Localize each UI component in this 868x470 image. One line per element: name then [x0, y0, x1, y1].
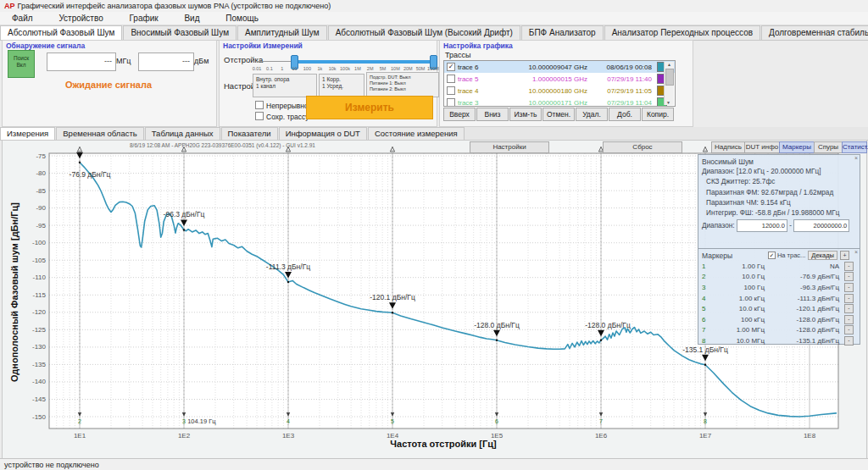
measure-button[interactable]: Измерить [306, 96, 433, 119]
trace-cancel-button[interactable]: Отмен. [542, 108, 575, 121]
add-marker-button[interactable]: + [840, 251, 849, 260]
trace-checkbox[interactable] [447, 75, 455, 83]
marker-number-label: 8 [704, 418, 707, 424]
tab-absolute-phase-noise[interactable]: Абсолютный Фазовый Шум [0, 25, 122, 40]
menu-file[interactable]: Файл [0, 12, 45, 25]
range-to-input[interactable]: 20000000.0 [793, 219, 849, 232]
trace-buttons-row: Вверх Вниз Изм-ть Отмен. Удал. Доб. Копи… [443, 108, 674, 121]
marker-value: -76.9 дБн/Гц [765, 273, 839, 280]
save-trace-checkbox-box[interactable] [255, 112, 264, 120]
chart-label-button[interactable]: Надпись [711, 141, 745, 153]
trace-add-button[interactable]: Доб. [609, 108, 641, 121]
marker-row[interactable]: 810.0 МГц-135.1 дБн/Гц- [698, 335, 860, 346]
marker-row[interactable]: 3100 Гц-96.3 дБн/Гц- [698, 282, 860, 293]
trace-row[interactable]: trace 5 1.000000015 GHz 07/29/19 11:40 [444, 73, 675, 85]
remove-marker-button[interactable]: - [844, 262, 854, 271]
remove-marker-button[interactable]: - [844, 336, 854, 346]
tab-data-table[interactable]: Таблица данных [145, 127, 220, 140]
chart-dut-info-button[interactable]: DUT инфо [744, 141, 780, 153]
tab-measurement-state[interactable]: Состояние измерения [368, 127, 465, 140]
marker-row[interactable]: 11.00 ГцNA- [698, 261, 860, 272]
power-field[interactable]: --- [138, 53, 194, 71]
tab-dut-info[interactable]: Информация о DUT [279, 127, 367, 140]
marker-value-label: -120.1 дБн/Гц [370, 293, 415, 301]
tab-time-domain[interactable]: Временная область [56, 127, 143, 140]
chart-markers-button[interactable]: Маркеры [779, 141, 815, 153]
menu-graph[interactable]: График [117, 12, 170, 25]
frequency-field[interactable]: --- [47, 53, 116, 71]
trace-row[interactable]: trace 3 10.000000171 GHz 07/29/19 11:04 [444, 97, 675, 107]
trace-up-button[interactable]: Вверх [443, 108, 476, 121]
chart-header-text: 8/6/19 12:08 AM - APPH20G 223-039376E00-… [130, 142, 315, 148]
trace-row[interactable]: trace 4 10.000000180 GHz 07/29/19 11:05 [444, 85, 675, 97]
marker-number-label: 3 [182, 418, 186, 424]
trace-checkbox[interactable] [447, 86, 455, 95]
marker-number: 1 [698, 263, 712, 270]
remove-marker-button[interactable]: - [844, 272, 854, 281]
tab-fft-analyzer[interactable]: БПФ Анализатор [521, 25, 604, 40]
dut-power-settings-box[interactable]: Подстр. DUT: Выкл Питание 1: Выкл Питани… [366, 72, 439, 97]
x-tick-label: 1E2 [178, 432, 191, 440]
y-tick-label: -115 [33, 291, 47, 299]
correlation-settings-box[interactable]: 1 Корр. 1 Усред. [319, 74, 364, 97]
tab-transient-analyzer[interactable]: Анализатор Переходных процессов [604, 25, 760, 40]
y-tick-label: -95 [36, 222, 46, 229]
remove-marker-button[interactable]: - [844, 325, 854, 335]
on-trace-label: На трас... [777, 252, 805, 259]
tab-absolute-phase-noise-high-drift[interactable]: Абсолютный Фазовый Шум (Высокий Дрифт) [328, 25, 520, 40]
chart-spurs-button[interactable]: Спуры [814, 141, 843, 153]
tab-indicators[interactable]: Показатели [221, 127, 278, 140]
y-axis-title: Однополосный Фазовый шум [дБн/Гц] [9, 202, 19, 382]
marker-frequency: 1.00 Гц [712, 263, 765, 270]
save-trace-checkbox[interactable]: Сохр. трассу [255, 108, 309, 123]
remove-marker-button[interactable]: - [844, 283, 854, 292]
trace-edit-button[interactable]: Изм-ть [509, 108, 542, 121]
remove-marker-button[interactable]: - [844, 294, 854, 303]
trace-table-scrollbar[interactable]: ▲ ▼ [664, 62, 674, 105]
stats-range-label: Диапазон: [702, 222, 735, 229]
tab-residual-phase-noise[interactable]: Вносимый Фазовый Шум [123, 25, 236, 40]
remove-marker-button[interactable]: - [844, 315, 854, 324]
menu-device[interactable]: Устройство [47, 12, 114, 25]
tab-long-term-stability[interactable]: Долговременная стабильность [761, 25, 868, 40]
trace-row[interactable]: ✓ trace 6 10.000009047 GHz 08/06/19 00:0… [444, 61, 675, 73]
marker-number: 7 [698, 326, 712, 334]
remove-marker-button[interactable]: - [844, 304, 854, 313]
chart-settings-button[interactable]: Настройки [470, 141, 549, 153]
trace-checkbox[interactable]: ✓ [447, 63, 455, 71]
menu-view[interactable]: Вид [172, 12, 211, 25]
chart-reset-button[interactable]: Сброс [603, 141, 682, 153]
tab-amplitude-noise[interactable]: Амплитудный Шум [237, 25, 327, 40]
decades-button[interactable]: Декады [808, 251, 837, 260]
chart-statistics-button[interactable]: Статист. [842, 141, 867, 153]
scroll-down-icon[interactable]: ▼ [666, 100, 670, 105]
y-tick-label: -145 [32, 395, 47, 403]
trace-copy-button[interactable]: Копир. [642, 108, 674, 121]
marker-value: NA [765, 263, 839, 270]
marker-row[interactable]: 210.0 Гц-76.9 дБн/Гц- [698, 272, 860, 283]
marker-row[interactable]: 6100 кГц-128.0 дБн/Гц- [698, 314, 860, 325]
trace-delete-button[interactable]: Удал. [576, 108, 608, 121]
trace-down-button[interactable]: Вниз [476, 108, 509, 121]
reference-settings-box[interactable]: Внутр. опора 1 канал [253, 74, 317, 97]
x-tick-label: 1E7 [699, 432, 712, 440]
offset-tick-label: 10M [391, 66, 400, 71]
search-on-button[interactable]: Поиск Вкл [8, 50, 35, 78]
close-icon[interactable]: × [854, 155, 858, 161]
marker-value-label: -128.0 дБн/Гц [585, 321, 631, 329]
scrollbar-thumb[interactable] [665, 69, 674, 86]
close-icon[interactable]: × [854, 249, 858, 255]
marker-row[interactable]: 510.0 кГц-120.1 дБн/Гц- [698, 303, 860, 314]
offset-tick-label: 50M [416, 66, 426, 71]
trace-checkbox[interactable] [447, 98, 455, 107]
on-trace-checkbox[interactable]: ✓ [768, 252, 776, 259]
marker-row[interactable]: 41.00 кГц-111.3 дБн/Гц- [698, 293, 860, 304]
marker-number: 6 [698, 316, 712, 323]
menu-help[interactable]: Помощь [214, 12, 270, 25]
range-from-input[interactable]: 12000.0 [737, 219, 787, 232]
marker-row[interactable]: 71.00 МГц-128.0 дБн/Гц- [698, 325, 860, 336]
marker-number: 3 [698, 284, 712, 291]
scroll-up-icon[interactable]: ▲ [667, 62, 671, 67]
y-tick-label: -130 [32, 343, 47, 351]
tab-measurements[interactable]: Измерения [0, 127, 55, 140]
